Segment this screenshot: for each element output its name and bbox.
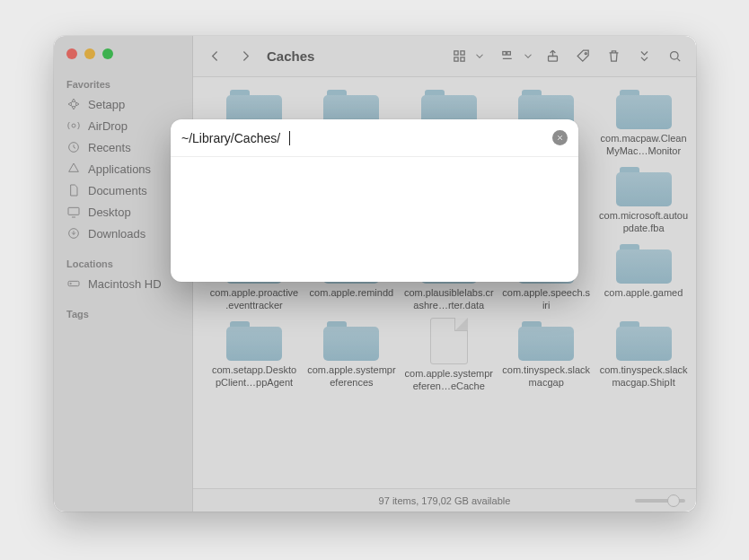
trash-button[interactable] (601, 44, 626, 69)
text-caret (289, 131, 290, 145)
downloads-icon (66, 226, 81, 241)
desktop-icon (66, 205, 81, 219)
svg-point-5 (70, 283, 71, 284)
sidebar-item-label: AirDrop (88, 119, 128, 133)
chevron-down-icon[interactable] (473, 44, 486, 69)
svg-point-14 (670, 52, 678, 59)
item-label: com.plausiblelabs.crashre…rter.data (404, 287, 494, 312)
folder-item[interactable]: com.tinyspeck.slackmacgap.ShipIt (599, 318, 689, 393)
share-button[interactable] (540, 44, 565, 69)
sidebar-item-label: Setapp (88, 98, 125, 111)
folder-icon (616, 163, 672, 206)
folder-icon (323, 318, 379, 361)
window-controls (54, 45, 192, 74)
close-window-button[interactable] (66, 48, 77, 59)
svg-point-0 (72, 124, 75, 127)
folder-icon (616, 318, 672, 361)
sidebar-section-label: Tags (54, 303, 192, 323)
folder-icon (226, 318, 282, 361)
svg-rect-6 (454, 51, 457, 55)
item-label: com.macpaw.CleanMyMac…Monitor (599, 133, 689, 158)
file-item[interactable]: com.apple.systempreferen…eCache (404, 318, 494, 393)
icon-size-slider[interactable] (635, 499, 685, 503)
minimize-window-button[interactable] (84, 48, 95, 59)
folder-item[interactable]: com.setapp.DesktopClient…ppAgent (209, 318, 299, 393)
sidebar-item-label: Macintosh HD (88, 277, 162, 291)
folder-icon (616, 241, 672, 284)
file-icon (430, 318, 468, 364)
svg-rect-12 (548, 57, 557, 62)
disk-icon (66, 276, 81, 291)
go-to-folder-dialog: ~/Library/Caches/ (171, 119, 578, 282)
toolbar: Caches (193, 36, 696, 77)
folder-item[interactable]: com.apple.gamed (599, 241, 689, 312)
tags-button[interactable] (570, 44, 595, 69)
doc-icon (66, 183, 81, 197)
item-label: com.apple.systempreferen…eCache (404, 368, 494, 393)
back-button[interactable] (202, 44, 227, 69)
sidebar-section-label: Favorites (54, 74, 192, 93)
sidebar-item-label: Applications (88, 162, 151, 176)
forward-button[interactable] (233, 44, 258, 69)
status-bar: 97 items, 179,02 GB available (193, 488, 696, 512)
item-label: com.tinyspeck.slackmacgap (501, 364, 591, 389)
airdrop-icon (66, 118, 81, 133)
zoom-window-button[interactable] (102, 48, 113, 59)
item-label: com.apple.proactive.eventtracker (209, 287, 299, 312)
item-label: com.apple.remindd (310, 287, 394, 312)
sidebar-item-label: Desktop (88, 206, 131, 219)
folder-item[interactable]: com.microsoft.autoupdate.fba (599, 163, 689, 235)
sidebar-item-label: Recents (88, 141, 131, 154)
svg-rect-11 (507, 52, 510, 56)
more-button[interactable] (631, 44, 656, 69)
item-label: com.microsoft.autoupdate.fba (599, 210, 689, 235)
group-by-button[interactable] (495, 44, 520, 69)
status-text: 97 items, 179,02 GB available (379, 495, 511, 506)
sidebar-item-label: Downloads (88, 227, 145, 241)
item-label: com.setapp.DesktopClient…ppAgent (209, 364, 299, 389)
folder-icon (518, 318, 574, 361)
window-title: Caches (267, 48, 314, 64)
sidebar-item-setapp[interactable]: Setapp (54, 93, 192, 115)
folder-item[interactable]: com.macpaw.CleanMyMac…Monitor (599, 86, 689, 158)
recents-icon (66, 140, 81, 154)
item-label: com.tinyspeck.slackmacgap.ShipIt (599, 364, 689, 389)
svg-rect-10 (502, 52, 506, 56)
svg-point-13 (585, 53, 586, 55)
svg-rect-7 (460, 51, 463, 55)
item-label: com.apple.speech.siri (501, 287, 591, 312)
item-label: com.apple.systempreferences (306, 364, 396, 389)
view-mode-button[interactable] (446, 44, 471, 69)
folder-icon (616, 86, 672, 129)
setapp-icon (66, 97, 81, 111)
item-label: com.apple.gamed (604, 287, 683, 312)
search-button[interactable] (662, 44, 687, 69)
folder-item[interactable]: com.apple.systempreferences (306, 318, 396, 393)
svg-rect-9 (460, 57, 463, 61)
chevron-down-icon[interactable] (522, 44, 534, 69)
apps-icon (66, 162, 81, 176)
sidebar-item-label: Documents (88, 184, 147, 197)
svg-rect-8 (454, 57, 457, 61)
path-input-value: ~/Library/Caches/ (181, 131, 280, 145)
folder-item[interactable]: com.tinyspeck.slackmacgap (501, 318, 591, 393)
svg-rect-2 (68, 207, 79, 214)
clear-input-button[interactable] (552, 130, 568, 145)
